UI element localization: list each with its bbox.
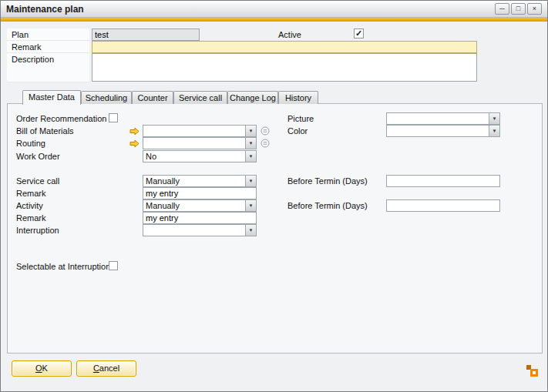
description-field[interactable] <box>92 53 477 82</box>
chevron-down-icon[interactable]: ▼ <box>245 138 256 149</box>
service-call-before-termin-field[interactable] <box>386 175 500 187</box>
routing-combo[interactable]: ▼ <box>143 137 257 149</box>
resize-grip-icon[interactable] <box>526 365 539 377</box>
window-controls: ─ □ × <box>495 3 542 15</box>
service-call-remark-field[interactable] <box>143 187 257 199</box>
link-arrow-icon[interactable] <box>129 127 140 136</box>
remark-field[interactable] <box>92 41 477 53</box>
service-call-combo[interactable]: Manually ▼ <box>143 175 257 187</box>
maximize-button[interactable]: □ <box>511 3 526 15</box>
close-icon: × <box>533 5 536 12</box>
chevron-down-icon[interactable]: ▼ <box>245 176 256 186</box>
interruption-combo[interactable]: ▼ <box>143 224 257 236</box>
activity-remark-label: Remark <box>16 213 46 224</box>
tab-counter[interactable]: Counter <box>132 91 173 104</box>
title-bar[interactable]: Maintenance plan ─ □ × <box>1 1 547 18</box>
service-call-before-termin-label: Before Termin (Days) <box>287 176 368 187</box>
bill-of-materials-label: Bill of Materials <box>16 126 74 137</box>
selectable-at-interruption-label: Selectable at Interruption <box>16 261 110 273</box>
accent-bar <box>1 18 547 22</box>
window-title: Maintenance plan <box>6 4 84 15</box>
chevron-down-icon[interactable]: ▼ <box>245 200 256 211</box>
choose-from-list-icon[interactable] <box>261 139 270 148</box>
routing-label: Routing <box>16 138 45 149</box>
activity-remark-field[interactable] <box>143 212 257 224</box>
remark-label: Remark <box>7 41 89 53</box>
tab-service-call[interactable]: Service call <box>173 91 227 104</box>
bill-of-materials-combo[interactable]: ▼ <box>143 125 257 137</box>
tab-history[interactable]: History <box>278 91 318 104</box>
maximize-icon: □ <box>516 5 520 12</box>
selectable-at-interruption-checkbox[interactable] <box>109 261 118 270</box>
master-data-panel <box>7 103 543 353</box>
active-label: Active <box>278 29 301 41</box>
chevron-down-icon[interactable]: ▼ <box>245 225 256 236</box>
color-label: Color <box>287 126 308 137</box>
order-recommendation-label: Order Recommendation <box>16 113 106 125</box>
order-recommendation-checkbox[interactable] <box>109 113 118 122</box>
maintenance-plan-window: Maintenance plan ─ □ × Plan Active ✓ Rem… <box>0 0 548 392</box>
picture-label: Picture <box>287 113 314 125</box>
chevron-down-icon[interactable]: ▼ <box>245 126 256 136</box>
chevron-down-icon[interactable]: ▼ <box>489 113 499 124</box>
color-combo[interactable]: ▼ <box>386 125 500 137</box>
chevron-down-icon[interactable]: ▼ <box>245 151 256 162</box>
active-checkbox[interactable]: ✓ <box>354 28 364 39</box>
link-arrow-icon[interactable] <box>129 139 140 148</box>
minimize-button[interactable]: ─ <box>495 3 509 15</box>
check-icon: ✓ <box>355 29 362 38</box>
minimize-icon: ─ <box>499 5 504 12</box>
chevron-down-icon[interactable]: ▼ <box>489 126 499 136</box>
plan-label: Plan <box>7 28 89 41</box>
service-call-label: Service call <box>16 176 59 187</box>
picture-combo[interactable]: ▼ <box>386 112 500 125</box>
activity-combo[interactable]: Manually ▼ <box>143 199 257 212</box>
work-order-combo[interactable]: No ▼ <box>143 150 257 162</box>
interruption-label: Interruption <box>16 225 59 236</box>
choose-from-list-icon[interactable] <box>261 126 270 136</box>
ok-button[interactable]: OK <box>12 360 72 377</box>
tab-change-log[interactable]: Change Log <box>227 91 278 104</box>
activity-before-termin-field[interactable] <box>386 199 500 212</box>
description-label: Description <box>7 53 89 82</box>
service-call-remark-label: Remark <box>16 188 46 199</box>
activity-label: Activity <box>16 200 43 212</box>
plan-field[interactable] <box>92 28 200 41</box>
tab-scheduling[interactable]: Scheduling <box>81 91 132 104</box>
tab-master-data[interactable]: Master Data <box>22 90 81 105</box>
work-order-label: Work Order <box>16 151 60 162</box>
close-button[interactable]: × <box>527 3 542 15</box>
activity-before-termin-label: Before Termin (Days) <box>287 200 368 212</box>
cancel-button[interactable]: Cancel <box>76 360 136 377</box>
